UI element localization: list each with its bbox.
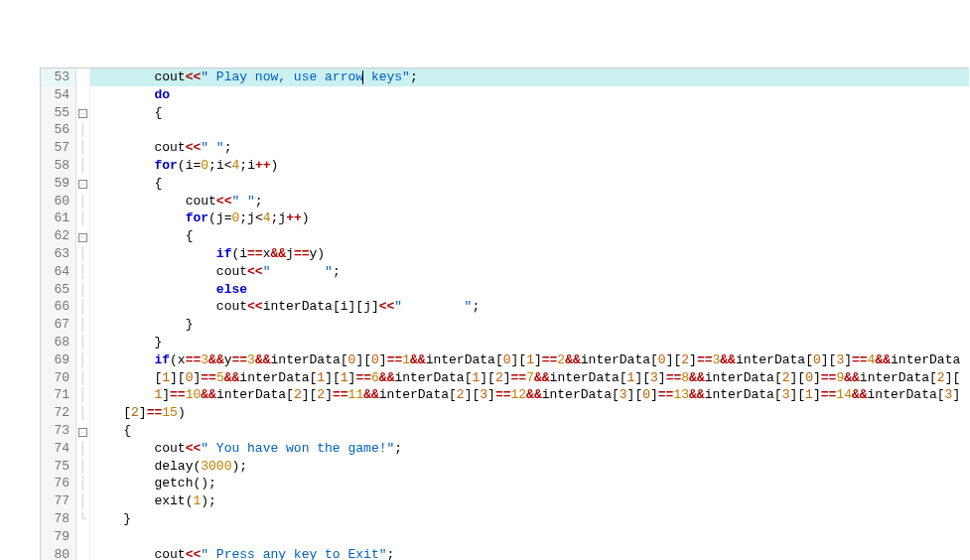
code-line[interactable]: 67│ }	[41, 316, 969, 334]
line-number: 78	[41, 510, 76, 528]
code-content[interactable]: if(x==3&&y==3&&interData[0][0]==1&&inter…	[90, 351, 969, 369]
code-content[interactable]: cout<<" ";	[90, 193, 969, 210]
fold-gutter[interactable]: −	[76, 422, 90, 440]
code-line[interactable]: 69│ if(x==3&&y==3&&interData[0][0]==1&&i…	[41, 351, 969, 369]
code-line[interactable]: 77│ exit(1);	[41, 492, 969, 510]
fold-gutter: │	[76, 193, 90, 210]
code-line[interactable]: 57│ cout<<" ";	[41, 139, 969, 157]
code-content[interactable]: else	[90, 281, 969, 299]
code-line[interactable]: 73− {	[41, 422, 969, 440]
code-line[interactable]: 64│ cout<<" ";	[41, 263, 969, 281]
code-line[interactable]: 74│ cout<<" You have won the game!";	[41, 440, 969, 458]
fold-gutter: │	[76, 440, 90, 458]
code-line[interactable]: 75│ delay(3000);	[41, 458, 969, 476]
fold-gutter: └	[76, 510, 90, 528]
line-number: 63	[41, 245, 76, 263]
fold-gutter: │	[76, 492, 90, 510]
code-content[interactable]: delay(3000);	[90, 458, 969, 476]
code-content[interactable]	[90, 121, 969, 139]
fold-gutter[interactable]: −	[76, 104, 90, 122]
code-line[interactable]: 78└ }	[41, 510, 969, 528]
fold-gutter: │	[76, 281, 90, 299]
code-content[interactable]	[90, 528, 969, 546]
fold-gutter[interactable]: −	[76, 227, 90, 245]
code-content[interactable]: cout<<" ";	[90, 263, 969, 281]
code-content[interactable]: {	[90, 227, 969, 245]
code-content[interactable]: {	[90, 104, 969, 122]
line-number: 57	[41, 139, 76, 157]
fold-gutter[interactable]: −	[76, 175, 90, 193]
code-line[interactable]: 61│ for(j=0;j<4;j++)	[41, 210, 969, 227]
code-line[interactable]: 60│ cout<<" ";	[41, 193, 969, 210]
code-line[interactable]: 66│ cout<<interData[i][j]<<" ";	[41, 298, 969, 316]
code-line[interactable]: 65│ else	[41, 281, 969, 299]
code-content[interactable]: {	[90, 175, 969, 193]
code-line[interactable]: 71│ 1]==10&&interData[2][2]==11&&interDa…	[41, 386, 969, 404]
code-content[interactable]: cout<<" Press any key to Exit";	[90, 546, 969, 560]
line-number: 62	[41, 227, 76, 245]
line-number: 53	[41, 69, 76, 86]
code-line[interactable]: 76│ getch();	[41, 475, 969, 492]
line-number: 76	[41, 475, 76, 492]
code-line[interactable]: 63│ if(i==x&&j==y)	[41, 245, 969, 263]
code-line[interactable]: 62− {	[41, 227, 969, 245]
line-number: 72	[41, 404, 76, 422]
line-number: 75	[41, 458, 76, 476]
code-line[interactable]: 68│ }	[41, 334, 969, 351]
text-cursor	[362, 70, 363, 84]
code-line[interactable]: 56│	[41, 121, 969, 139]
fold-gutter	[76, 69, 90, 86]
fold-gutter: │	[76, 157, 90, 175]
line-number: 67	[41, 316, 76, 334]
code-content[interactable]: cout<<" ";	[90, 139, 969, 157]
line-number: 61	[41, 210, 76, 227]
code-content[interactable]: }	[90, 510, 969, 528]
fold-gutter: │	[76, 121, 90, 139]
code-editor[interactable]: 53 cout<<" Play now, use arrow keys";54 …	[40, 68, 969, 560]
code-line[interactable]: 53 cout<<" Play now, use arrow keys";	[41, 69, 969, 86]
code-content[interactable]: for(j=0;j<4;j++)	[90, 210, 969, 227]
line-number: 80	[41, 546, 76, 560]
fold-gutter: │	[76, 404, 90, 422]
code-content[interactable]: cout<<interData[i][j]<<" ";	[90, 298, 969, 316]
fold-gutter	[76, 86, 90, 104]
code-content[interactable]: getch();	[90, 475, 969, 492]
code-content[interactable]: }	[90, 334, 969, 351]
line-number: 65	[41, 281, 76, 299]
code-content[interactable]: [1][0]==5&&interData[1][1]==6&&interData…	[90, 369, 969, 387]
code-line[interactable]: 58│ for(i=0;i<4;i++)	[41, 157, 969, 175]
code-content[interactable]: {	[90, 422, 969, 440]
fold-gutter: │	[76, 210, 90, 227]
code-line[interactable]: 80 cout<<" Press any key to Exit";	[41, 546, 969, 560]
code-line[interactable]: 54 do	[41, 86, 969, 104]
line-number: 54	[41, 86, 76, 104]
line-number: 68	[41, 334, 76, 351]
fold-gutter: │	[76, 458, 90, 476]
fold-gutter: │	[76, 351, 90, 369]
code-line[interactable]: 55− {	[41, 104, 969, 122]
code-content[interactable]: 1]==10&&interData[2][2]==11&&interData[2…	[90, 386, 969, 404]
fold-gutter	[76, 528, 90, 546]
fold-gutter: │	[76, 386, 90, 404]
code-line[interactable]: 70│ [1][0]==5&&interData[1][1]==6&&inter…	[41, 369, 969, 387]
fold-gutter: │	[76, 139, 90, 157]
code-content[interactable]: for(i=0;i<4;i++)	[90, 157, 969, 175]
code-content[interactable]: cout<<" You have won the game!";	[90, 440, 969, 458]
fold-gutter: │	[76, 316, 90, 334]
line-number: 55	[41, 104, 76, 122]
code-content[interactable]: do	[90, 86, 969, 104]
code-line[interactable]: 79	[41, 528, 969, 546]
code-line[interactable]: 72│ [2]==15)	[41, 404, 969, 422]
code-line[interactable]: 59− {	[41, 175, 969, 193]
line-number: 69	[41, 351, 76, 369]
line-number: 77	[41, 492, 76, 510]
fold-gutter: │	[76, 475, 90, 492]
code-content[interactable]: exit(1);	[90, 492, 969, 510]
code-content[interactable]: }	[90, 316, 969, 334]
line-number: 58	[41, 157, 76, 175]
line-number: 74	[41, 440, 76, 458]
code-content[interactable]: cout<<" Play now, use arrow keys";	[90, 69, 969, 86]
code-content[interactable]: if(i==x&&j==y)	[90, 245, 969, 263]
code-content[interactable]: [2]==15)	[90, 404, 969, 422]
fold-gutter: │	[76, 245, 90, 263]
